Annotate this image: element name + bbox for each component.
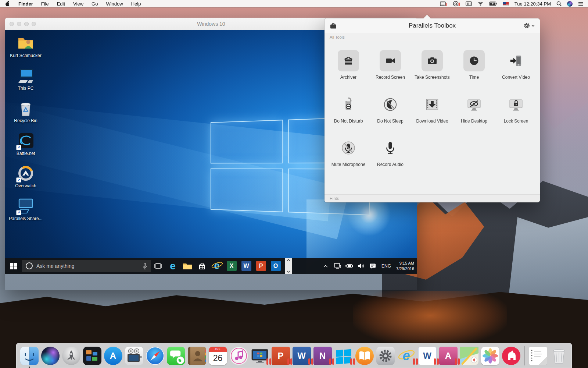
dock-item-messages-facetime[interactable]: [167, 347, 185, 365]
dock-item-parallels-red-dog[interactable]: [502, 347, 520, 365]
ie-orbit-icon: [211, 262, 223, 268]
tool-record-screen[interactable]: Record Screen: [369, 50, 411, 81]
dock-item-movie-projector[interactable]: [125, 347, 143, 365]
tool-do-not-sleep[interactable]: Do Not Sleep: [369, 94, 411, 124]
archive-cartridge-menu-icon[interactable]: [466, 1, 472, 6]
taskbar-edge[interactable]: e: [165, 258, 180, 274]
menu-edit[interactable]: Edit: [57, 1, 65, 7]
dock-item-windows10-vm[interactable]: [334, 347, 353, 365]
apple-icon[interactable]: [5, 1, 10, 7]
tool-do-not-disturb[interactable]: Do Not Disturb: [327, 94, 369, 124]
desktop-icon-this-pc[interactable]: This PC: [9, 67, 43, 92]
taskbar-windows-store[interactable]: [195, 258, 209, 274]
siri-menu-icon[interactable]: [567, 1, 573, 7]
network-tray-icon[interactable]: [332, 258, 343, 274]
microphone-slash-icon: [338, 137, 359, 159]
taskbar-scroll-strip[interactable]: [285, 258, 292, 274]
dock-item-maps[interactable]: [460, 347, 478, 365]
tool-take-screenshots[interactable]: Take Screenshots: [411, 50, 453, 81]
toolbox-grid-icon: [440, 1, 447, 7]
dock-item-itunes[interactable]: [230, 347, 248, 365]
hidden-icons-button[interactable]: [320, 258, 331, 274]
dock-item-parallels-control-center[interactable]: [83, 347, 101, 365]
dock-item-documents-stack[interactable]: [529, 347, 547, 365]
taskbar-file-explorer[interactable]: [180, 258, 195, 274]
menu-window[interactable]: Window: [106, 1, 123, 7]
taskbar-clock[interactable]: 9:15 AM 7/29/2016: [395, 261, 414, 272]
desktop-icon-recycle-bin[interactable]: Recycle Bin: [9, 100, 43, 124]
desktop-icon-parallels-share[interactable]: ↗ Parallels Share...: [9, 198, 43, 222]
tool-archiver[interactable]: Archiver: [327, 50, 369, 81]
dock-item-onenote-windows[interactable]: N: [313, 347, 332, 365]
wifi-menu-icon[interactable]: [477, 1, 484, 6]
desktop-icon-user-folder[interactable]: Kurt Schmucker: [9, 35, 43, 59]
app-store-icon: A: [104, 347, 122, 365]
start-button[interactable]: [5, 258, 22, 274]
cortana-search-box[interactable]: Ask me anything: [22, 260, 151, 272]
parallels-toolbox-menu-icon[interactable]: [440, 1, 447, 7]
taskbar-internet-explorer[interactable]: e: [209, 258, 224, 274]
dock-item-system-preferences[interactable]: [376, 347, 395, 365]
menu-help[interactable]: Help: [131, 1, 141, 7]
task-view-button[interactable]: [151, 258, 165, 274]
dock-item-trash[interactable]: [550, 347, 568, 365]
archive-box-icon: [338, 50, 359, 71]
menu-bar-clock[interactable]: Tue 12:20:34 PM: [514, 1, 551, 7]
spotlight-icon[interactable]: [556, 1, 562, 6]
menu-view[interactable]: View: [73, 1, 83, 7]
taskbar-outlook[interactable]: O: [268, 258, 283, 274]
archiver-art: [342, 54, 355, 67]
toolbox-hints-bar[interactable]: Hints: [325, 194, 540, 202]
dock-item-siri[interactable]: [41, 347, 60, 365]
menu-file[interactable]: File: [41, 1, 49, 7]
menu-app-name[interactable]: Finder: [18, 1, 33, 7]
tool-label: Do Not Disturb: [334, 118, 363, 124]
taskbar-word[interactable]: W: [239, 258, 254, 274]
dock-item-word-2010-windows[interactable]: W: [418, 347, 437, 365]
dock-item-photos[interactable]: [481, 347, 499, 365]
tool-hide-desktop[interactable]: Hide Desktop: [453, 94, 495, 124]
dock-item-contacts[interactable]: [188, 347, 206, 365]
taskbar-powerpoint[interactable]: P: [254, 258, 268, 274]
desktop-icon-battlenet[interactable]: ↗ Battle.net: [9, 132, 43, 157]
toolbox-header: Parallels Toolbox: [325, 18, 540, 33]
dock-item-internet-explorer-windows[interactable]: e: [397, 347, 416, 365]
dock-item-app-store[interactable]: A: [104, 347, 122, 365]
dock-item-launchpad[interactable]: [62, 347, 80, 365]
dock-item-windows7-vm[interactable]: [251, 347, 269, 365]
tool-lock-screen[interactable]: Lock Screen: [495, 94, 537, 124]
volume-tray-icon[interactable]: [356, 258, 366, 274]
microphone-icon[interactable]: [143, 263, 147, 269]
taskbar-time: 9:15 AM: [396, 261, 414, 266]
taskbar-excel[interactable]: X: [224, 258, 239, 274]
menu-go[interactable]: Go: [92, 1, 98, 7]
dock-item-calendar[interactable]: JUL 26: [209, 347, 227, 365]
input-source-us-flag-icon[interactable]: [503, 2, 509, 6]
tool-download-video[interactable]: Download Video: [411, 94, 453, 124]
list-icon: [578, 1, 584, 6]
tool-record-audio[interactable]: Record Audio: [369, 137, 411, 168]
dock-item-word-windows[interactable]: W: [293, 347, 311, 365]
shopping-bag-icon: [198, 262, 206, 270]
language-indicator[interactable]: ENG: [379, 263, 393, 269]
tool-mute-microphone[interactable]: Mute Microphone: [327, 137, 369, 168]
tool-label: Convert Video: [502, 75, 530, 81]
notification-center-icon[interactable]: [578, 1, 584, 6]
battery-menu-icon[interactable]: [489, 1, 497, 6]
notifications-tray-icon[interactable]: [368, 258, 378, 274]
tool-label: Mute Microphone: [331, 162, 366, 168]
dock-item-access-windows[interactable]: A: [439, 347, 458, 365]
dock-item-powerpoint-windows[interactable]: P: [272, 347, 290, 365]
windows-logo-pane: [211, 120, 283, 163]
camera-icon: [422, 50, 443, 71]
word-icon: W: [241, 261, 251, 271]
cartridge-icon: [466, 1, 472, 6]
dock-item-safari[interactable]: [146, 347, 164, 365]
desktop-icon-overwatch[interactable]: ↗ Overwatch: [9, 165, 43, 189]
dock-item-finder[interactable]: [20, 347, 39, 365]
tool-time[interactable]: Time: [453, 50, 495, 81]
battery-tray-icon[interactable]: [344, 258, 354, 274]
dock-item-ibooks[interactable]: [355, 347, 374, 365]
parallels-access-menu-icon[interactable]: [453, 1, 460, 7]
tool-convert-video[interactable]: Convert Video: [495, 50, 537, 81]
